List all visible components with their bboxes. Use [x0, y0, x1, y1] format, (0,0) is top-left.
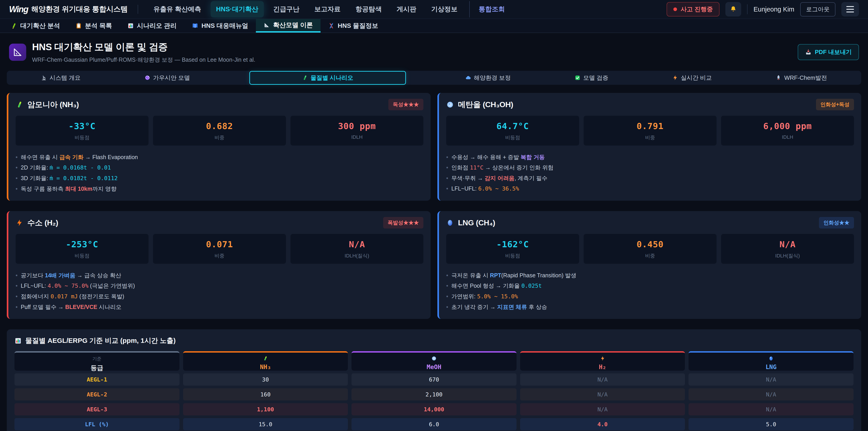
stat-label: 비중 [153, 134, 286, 141]
nav-item-integrated-search[interactable]: 통합조회 [469, 1, 510, 18]
bullet-item: LFL~UFL: 6.0% ~ 36.5% [446, 183, 854, 194]
section-tab-system-overview[interactable]: 시스템 개요 [36, 72, 85, 84]
lightning-icon [16, 219, 23, 227]
cell-aegl2-h2: N/A [520, 388, 685, 400]
nav-item-emergency[interactable]: 긴급구난 [268, 1, 305, 18]
incident-dot-icon [673, 7, 677, 11]
nav-divider [138, 5, 138, 14]
page-header: HNS 대기확산 모델 이론 및 검증 WRF-Chem·Gaussian Pl… [0, 33, 868, 69]
bar-chart-icon [14, 337, 22, 344]
stat-boiling-point: -33°C 비등점 [16, 116, 149, 146]
lightning-icon [672, 75, 678, 81]
section-tab-label: 시스템 개요 [50, 74, 81, 82]
stat-label: 비중 [584, 134, 717, 141]
cell-aegl1-meoh: 670 [351, 373, 517, 386]
card-title: 수소 (H₂) [27, 218, 58, 228]
tab-label: 분석 목록 [85, 22, 112, 30]
stat-value: 64.7°C [446, 121, 579, 131]
hazard-badge: 인화성★★ [819, 217, 854, 228]
lightning-icon [600, 356, 605, 361]
pdf-export-label: PDF 내보내기 [815, 48, 852, 56]
card-bullets: 수용성 → 해수 용해 + 증발 복합 거동 인화점 11°C → 상온에서 증… [446, 152, 854, 194]
check-icon [575, 75, 581, 81]
section-tab-label: 모델 검증 [583, 74, 608, 82]
row-label-lfl: LFL (%) [14, 418, 180, 430]
nav-item-weather[interactable]: 기상정보 [426, 1, 463, 18]
stat-idlh: N/A IDLH(질식) [721, 234, 854, 264]
section-tab-substance-scenarios[interactable]: 물질별 시나리오 [249, 71, 406, 85]
card-bullets: 공기보다 14배 가벼움 → 급속 상승 확산 LFL~UFL: 4.0% ~ … [16, 270, 423, 312]
pdf-export-button[interactable]: PDF 내보내기 [798, 44, 859, 60]
table-title: 물질별 AEGL/ERPG 기준 비교 (ppm, 1시간 노출) [25, 336, 176, 345]
microscope-icon [41, 75, 47, 81]
stat-value: -162°C [446, 239, 579, 249]
triangle-ruler-icon [9, 43, 26, 61]
section-tab-wrf-chem[interactable]: WRF-Chem발전 [771, 72, 831, 84]
header-main: 등급 [14, 364, 180, 372]
stat-value: 0.682 [153, 121, 286, 131]
nav-item-reports[interactable]: 보고자료 [309, 1, 346, 18]
nav-item-aerial-search[interactable]: 항공탐색 [350, 1, 387, 18]
section-tab-model-validation[interactable]: 모델 검증 [570, 72, 613, 84]
stat-label: 비등점 [16, 252, 149, 259]
section-tab-label: 가우시안 모델 [153, 74, 190, 82]
cell-aegl1-nh3: 30 [183, 373, 348, 386]
dna-icon [328, 23, 335, 29]
test-tube-icon [16, 101, 23, 109]
petri-disc-icon [446, 101, 454, 109]
nav-item-hns-dispersion[interactable]: HNS·대기확산 [211, 1, 264, 18]
download-icon [805, 49, 812, 56]
app-logo: Wing 해양환경 위기대응 통합시스템 [9, 4, 128, 14]
pen-icon [11, 23, 17, 29]
stat-label: 비중 [153, 252, 286, 259]
tab-dispersion-analysis[interactable]: 대기확산 분석 [3, 19, 68, 33]
bullet-item: 극저온 유출 시 RPT(Rapid Phase Transition) 발생 [446, 270, 854, 280]
notifications-button[interactable] [725, 2, 741, 17]
section-tab-realtime-comparison[interactable]: 실시간 비교 [668, 72, 716, 84]
logout-button[interactable]: 로그아웃 [800, 2, 835, 17]
stat-label: IDLH [721, 134, 854, 140]
comparison-table: 기준 등급 NH₃ MeOH H₂ LNG A [14, 351, 854, 430]
bullet-item: 해수면 유출 시 급속 기화 → Flash Evaporation [16, 152, 423, 162]
stat-value: N/A [721, 239, 854, 249]
book-icon [192, 23, 198, 29]
tab-scenario-management[interactable]: 시나리오 관리 [120, 19, 184, 33]
spiral-icon [145, 75, 150, 81]
tab-dispersion-model-theory[interactable]: 확산모델 이론 [256, 19, 320, 33]
cell-lfl-nh3: 15.0 [183, 418, 348, 430]
stat-idlh: 300 ppm IDLH [290, 116, 423, 146]
hazard-badge: 독성★★★ [388, 99, 423, 110]
stats-row: 64.7°C 비등점 0.791 비중 6,000 ppm IDLH [446, 116, 854, 146]
stat-boiling-point: -162°C 비등점 [446, 234, 579, 264]
page-subtitle: WRF-Chem·Gaussian Plume/Puff·ROMS·해양환경 보… [32, 56, 255, 63]
cell-aegl2-meoh: 2,100 [351, 388, 517, 400]
cell-aegl1-h2: N/A [520, 373, 685, 386]
page-title: HNS 대기확산 모델 이론 및 검증 [32, 41, 255, 53]
app-title: 해양환경 위기대응 통합시스템 [31, 4, 128, 14]
stat-specific-gravity: 0.450 비중 [584, 234, 717, 264]
rocket-icon [776, 75, 781, 81]
nav-item-oil-spill[interactable]: 유출유 확산예측 [148, 1, 207, 18]
card-title: 암모니아 (NH₃) [27, 99, 79, 110]
bullet-item: 공기보다 14배 가벼움 → 급속 상승 확산 [16, 270, 423, 280]
column-name: H₂ [520, 363, 685, 370]
stat-label: IDLH(질식) [290, 252, 423, 259]
page-header-text: HNS 대기확산 모델 이론 및 검증 WRF-Chem·Gaussian Pl… [32, 41, 255, 63]
stat-specific-gravity: 0.682 비중 [153, 116, 286, 146]
stat-label: 비등점 [16, 134, 149, 141]
row-label-aegl1: AEGL-1 [14, 373, 180, 386]
tab-analysis-list[interactable]: 분석 목록 [68, 19, 120, 33]
incident-status-badge: 사고 진행중 [666, 2, 720, 17]
bullet-item: 점화에너지 0.017 mJ (정전기로도 폭발) [16, 291, 423, 302]
menu-button[interactable] [841, 2, 859, 17]
stat-label: IDLH [290, 134, 423, 140]
section-tab-gaussian-model[interactable]: 가우시안 모델 [140, 72, 194, 84]
section-tab-label: WRF-Chem발전 [784, 74, 827, 82]
topbar-actions: 사고 진행중 Eunjeong Kim 로그아웃 [666, 2, 859, 17]
section-tab-marine-correction[interactable]: 해양환경 보정 [461, 72, 515, 84]
nav-item-board[interactable]: 게시판 [391, 1, 422, 18]
tab-hns-manual[interactable]: HNS 대응매뉴얼 [184, 19, 256, 33]
tab-hns-substance-info[interactable]: HNS 물질정보 [320, 19, 386, 33]
card-lng: LNG (CH₄) 인화성★★ -162°C 비등점 0.450 비중 N/A … [437, 211, 861, 319]
column-name: LNG [688, 363, 854, 370]
